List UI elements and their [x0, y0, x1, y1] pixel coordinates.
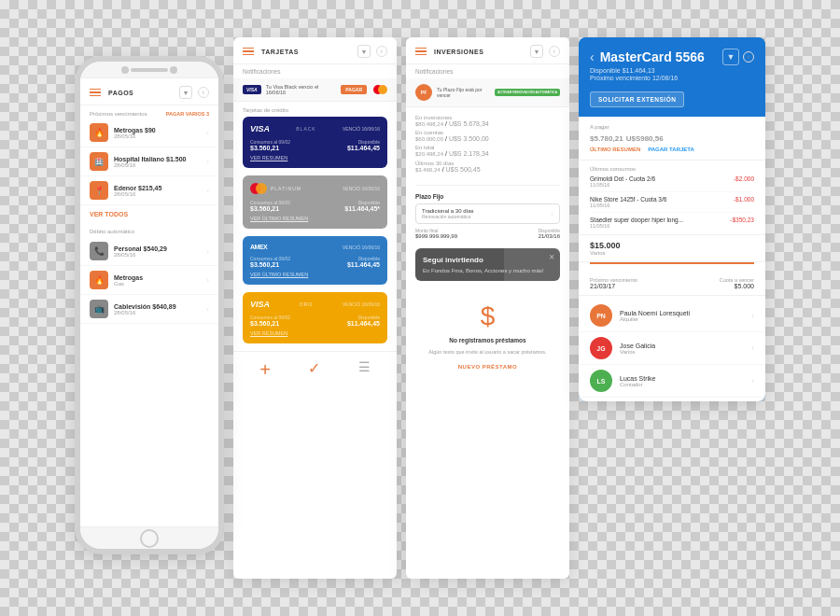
phone-frame: PAGOS ▼ i Próximos vencimientos PAGAR VA… — [75, 56, 224, 554]
debito-item-cable[interactable]: 📺 Cablevisión $640,89 28/05/16 › — [80, 295, 218, 324]
bottom-nav: + ✓ ☰ — [233, 351, 397, 388]
close-icon[interactable]: × — [549, 252, 554, 262]
tarjetas-panel: TARJETAS ▼ i Notificaciones VISA Tu Visa… — [233, 37, 397, 579]
debito-personal-name: Personal $540,29 — [114, 245, 201, 252]
monto-value: $999.999.999,99 — [415, 233, 457, 239]
phone-bottom — [80, 526, 218, 549]
consumo-1-amount: -$2.000 — [734, 175, 754, 188]
card-platinum[interactable]: PLATINUM VENCIÓ 16/06/16 Consumos al 09/… — [243, 175, 387, 229]
amex-ver-link[interactable]: VER ÚLTIMO RESUMEN — [250, 272, 380, 277]
pagar-tarjeta-btn[interactable]: PAGAR TARJETA — [648, 147, 694, 152]
visa-logo: VISA — [243, 85, 261, 94]
pagos-hospital-name: Hospital Italiano $1.500 — [114, 156, 201, 162]
platinum-vencio: VENCIÓ 16/06/16 — [343, 186, 380, 191]
platinum-label: PLATINUM — [271, 186, 301, 191]
plazo-fijo-title: Plazo Fijo — [415, 193, 560, 200]
consumo-value: $3.560,21 — [250, 145, 290, 151]
card-vencio: VENCIÓ 16/06/16 — [343, 126, 380, 132]
consumo-2-amount: -$1.000 — [734, 196, 754, 208]
pagar-btn[interactable]: PAGAR — [341, 85, 367, 94]
info-btn[interactable]: i — [549, 46, 560, 57]
mc-proximo-date: Próximo vencimiento 12/08/16 — [590, 75, 754, 81]
activar-btn[interactable]: ACTIVAR RENOVACIÓN AUTOMÁTICA — [495, 89, 560, 97]
pagos-item-metrogas[interactable]: 🔥 Metrogas $90 28/05/16 › — [80, 119, 218, 147]
ver-resumen-link[interactable]: VER RESUMEN — [250, 155, 380, 161]
visa-white-logo: VISA — [250, 124, 270, 133]
menu-icon[interactable] — [243, 48, 254, 56]
jg-avatar: JG — [590, 337, 612, 359]
pagos-item-hospital[interactable]: 🏥 Hospital Italiano $1.500 28/05/16 › — [80, 147, 218, 176]
filter-btn[interactable]: ▼ — [179, 86, 192, 99]
chevron-icon: › — [751, 343, 754, 353]
segui-banner[interactable]: × Seguí invirtiendo En Fondos Fma, Bonos… — [415, 248, 560, 281]
mc-a-pagar-section: A pagar $5.780,21 U$S980,56 ÚLTIMO RESUM… — [579, 117, 765, 161]
plat-ver-link[interactable]: VER ÚLTIMO RESUMEN — [250, 216, 380, 221]
card-amex[interactable]: AMEX VENCIÓ 16/06/16 Consumos al 09/02 $… — [243, 236, 387, 285]
mc-disponible: Disponible $11.464,13 — [590, 67, 754, 74]
filter-btn[interactable]: ▼ — [530, 45, 543, 58]
nav-list[interactable]: ☰ — [358, 359, 371, 381]
debito-label: Débito automático — [90, 229, 134, 234]
info-btn[interactable]: i — [198, 87, 209, 98]
pagos-edenor-date: 28/05/16 — [114, 191, 201, 197]
consumo-row-2: Nike Store 1425f - Cuota 3/6 11/05/16 -$… — [590, 196, 754, 213]
solicitar-btn[interactable]: SOLICITAR EXTENSIÓN — [590, 91, 684, 107]
cuota-value: $5.000 — [720, 283, 754, 289]
pagos-edenor-name: Edenor $215,45 — [114, 185, 201, 191]
contact-row-pn[interactable]: PN Paula Noemí Loresqueti Alquiler › — [579, 300, 765, 332]
inv-notification: PF Tu Plazo Fijo está por vencer ACTIVAR… — [406, 78, 569, 107]
debito-item-metrogas[interactable]: 🔥 Metrogas Gas › — [80, 266, 218, 295]
inv-notif-text: Tu Plazo Fijo está por vencer — [437, 87, 490, 98]
mc-header: ‹ MasterCard 5566 ▼ i Disponible $11.464… — [579, 37, 765, 117]
filter-btn[interactable]: ▼ — [357, 45, 371, 58]
divider — [415, 185, 560, 186]
card-black-label: BLACK — [296, 126, 315, 132]
contact-row-jg[interactable]: JG Jose Galicia Varios › — [579, 332, 765, 365]
edenor-icon: 📍 — [90, 181, 108, 200]
menu-icon[interactable] — [90, 89, 101, 97]
back-icon[interactable]: ‹ — [590, 49, 595, 64]
debito-item-personal[interactable]: 📞 Personal $540,29 28/05/16 › — [80, 237, 218, 266]
pagos-header: PAGOS ▼ i — [80, 78, 218, 105]
pn-name: Paula Noemí Loresqueti — [620, 310, 744, 316]
mc-filter-btn[interactable]: ▼ — [722, 49, 739, 65]
cable-icon: 📺 — [90, 300, 108, 318]
tarjetas-title: TARJETAS — [261, 49, 352, 55]
pn-avatar: PN — [590, 304, 612, 327]
contact-row-ls[interactable]: LS Lucas Strike Contador › — [579, 365, 765, 398]
pagar-varios-link[interactable]: PAGAR VARIOS 3 — [166, 111, 209, 117]
cuentas-value: $60.000,00 / U$S 3.500,00 — [415, 135, 560, 142]
plazo-dropdown[interactable]: Tradicional a 30 días Renovación automát… — [415, 203, 560, 224]
mc-platinum-logo — [250, 183, 267, 194]
info-btn[interactable]: i — [376, 46, 387, 57]
ultimo-resumen-link[interactable]: ÚLTIMO RESUMEN — [590, 147, 640, 152]
progress-bar — [590, 262, 754, 264]
ult30-value: $3.466,24 / U$S 500,45 — [415, 166, 560, 173]
gold-ver-link[interactable]: VER RESUMEN — [250, 330, 380, 336]
notif-text: Tu Visa Black vencio el 16/06/16 — [266, 84, 337, 95]
jg-name: Jose Galicia — [620, 343, 744, 349]
inversiones-panel: INVERSIONES ▼ i Notificaciones PF Tu Pla… — [406, 37, 569, 579]
card-visa-gold[interactable]: VISA ORO VENCIÓ 16/06/16 Consumos al 09/… — [243, 292, 387, 343]
menu-icon[interactable] — [415, 48, 427, 56]
card-visa-black[interactable]: VISA BLACK VENCIÓ 16/06/16 Consumos al 0… — [243, 117, 387, 168]
home-button[interactable] — [140, 529, 159, 548]
mastercard-logo — [373, 85, 387, 94]
debito-cable-date: 28/05/16 — [114, 310, 201, 315]
personal-icon: 📞 — [90, 242, 108, 260]
nav-add[interactable]: + — [259, 359, 271, 381]
mastercard-detail-panel: ‹ MasterCard 5566 ▼ i Disponible $11.464… — [579, 37, 765, 401]
disp-date: 21/03/16 — [539, 233, 560, 239]
mc-info-btn[interactable]: i — [743, 51, 754, 63]
ver-todos-link[interactable]: VER TODOS — [80, 205, 218, 223]
dropdown-chevron: › — [551, 210, 553, 218]
chevron-icon: › — [206, 276, 209, 285]
nav-check[interactable]: ✓ — [308, 359, 320, 381]
inversiones-title: INVERSIONES — [434, 49, 525, 55]
mc-proximo-section: Próximo vencimiento 21/03/17 Cuota a ven… — [579, 272, 765, 296]
mc-varios-section: $15.000 Varios — [579, 235, 765, 262]
consumo-1-name: Grimoldi Dot - Cuota 2/6 — [590, 175, 655, 182]
pagos-item-edenor[interactable]: 📍 Edenor $215,45 28/05/16 › — [80, 176, 218, 205]
nuevo-prestamo-btn[interactable]: NUEVO PRÉSTAMO — [458, 364, 518, 370]
consumo-2-name: Nike Store 1425f - Cuota 3/6 — [590, 196, 666, 203]
